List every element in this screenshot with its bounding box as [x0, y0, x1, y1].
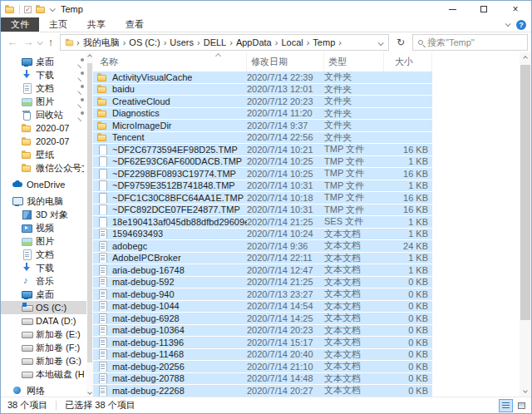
breadcrumb-item[interactable]: AppData	[234, 37, 273, 47]
close-button[interactable]: ×	[500, 1, 531, 17]
sidebar-scroll-up-icon[interactable]	[87, 54, 92, 59]
table-row[interactable]: mat-debug-103642020/7/14 20:23文本文档0 KB	[93, 325, 432, 338]
table-row[interactable]: mat-debug-114682020/7/14 20:40文本文档0 KB	[93, 349, 432, 362]
ribbon-tab-0[interactable]: 文件	[1, 17, 39, 32]
sidebar-scrollbar[interactable]	[86, 52, 93, 397]
sidebar-item-音乐[interactable]: 音乐	[1, 274, 86, 288]
navigation-toolbar: ← → ↑ ›我的电脑›OS (C:)›Users›DELL›AppData›L…	[1, 32, 531, 52]
table-row[interactable]: 18e190413af045db88dfbd29609eb8...2020/7/…	[93, 216, 432, 229]
breadcrumb-item[interactable]: DELL	[202, 37, 229, 47]
ribbon-tab-2[interactable]: 共享	[77, 17, 116, 32]
sidebar-item-OS (C:)[interactable]: OS (C:)	[1, 301, 86, 314]
sidebar-item-桌面[interactable]: 桌面	[1, 288, 86, 301]
column-header-name[interactable]: 名称	[93, 52, 247, 71]
table-row[interactable]: 15946934932020/7/14 10:24文本文档1 KB	[93, 229, 432, 241]
sidebar-item-文档[interactable]: 文档	[1, 81, 86, 95]
sidebar-item-图片[interactable]: 图片	[1, 95, 86, 108]
table-row[interactable]: baidu2020/7/13 12:01文件夹	[93, 84, 432, 96]
customize-quick-access-icon[interactable]	[50, 6, 56, 12]
table-row[interactable]: ~DF2298BF0893C19774.TMP2020/7/14 10:25TM…	[93, 168, 432, 180]
scroll-up-icon[interactable]	[523, 56, 528, 61]
table-row[interactable]: MicroImageDir2020/7/14 9:37文件夹	[93, 120, 432, 132]
table-row[interactable]: mat-debug-10442020/7/14 14:54文本文档0 KB	[93, 301, 432, 313]
sidebar-item-桌面[interactable]: 桌面	[1, 55, 86, 68]
properties-icon[interactable]: ✓	[24, 6, 32, 13]
address-dropdown-icon[interactable]	[378, 40, 384, 46]
sidebar-item-新加卷 (G:)[interactable]: 新加卷 (G:)	[1, 354, 86, 367]
sidebar-item-回收站[interactable]: 回收站	[1, 108, 86, 121]
sidebar-item-本地磁盘 (H:)[interactable]: 本地磁盘 (H:)	[1, 367, 86, 381]
folder-icon	[97, 121, 107, 131]
table-row[interactable]: ~DF2C6773594EF98D25.TMP2020/7/14 10:21TM…	[93, 144, 432, 156]
table-row[interactable]: ~DFC892DCE07FE24877.TMP2020/7/14 10:31TM…	[93, 205, 432, 217]
ribbon-tab-3[interactable]: 查看	[116, 17, 154, 32]
table-row[interactable]: AdobeIPCBroker2020/7/14 22:11文本文档1 KB	[93, 253, 432, 265]
breadcrumb-item[interactable]: 我的电脑	[81, 37, 121, 49]
sidebar-item-下载[interactable]: 下载	[1, 261, 86, 274]
ribbon-tab-1[interactable]: 主页	[39, 17, 77, 32]
table-row[interactable]: ActivityVisualCache2020/7/14 22:39文件夹	[93, 71, 432, 84]
sidebar-item-文档[interactable]: 文档	[1, 248, 86, 261]
table-row[interactable]: mat-debug-202562020/7/14 21:10文本文档0 KB	[93, 361, 432, 373]
sidebar-item-2020-07[interactable]: 2020-07	[1, 121, 86, 135]
sidebar-item-新加卷 (F:)[interactable]: 新加卷 (F:)	[1, 341, 86, 354]
table-row[interactable]: mat-debug-113962020/7/14 15:17文本文档0 KB	[93, 337, 432, 349]
sidebar-item-壁纸[interactable]: 壁纸	[1, 148, 86, 161]
sidebar-item-图片[interactable]: 图片	[1, 234, 86, 248]
up-button[interactable]: ↑	[44, 33, 57, 52]
table-row[interactable]: ~DF62E93C6AF600DACB.TMP2020/7/14 10:25TM…	[93, 156, 432, 169]
recent-locations-icon[interactable]	[37, 39, 43, 45]
breadcrumb-item[interactable]: OS (C:)	[127, 37, 161, 47]
table-row[interactable]: mat-debug-9402020/7/13 23:27文本文档0 KB	[93, 288, 432, 301]
address-bar[interactable]: ›我的电脑›OS (C:)›Users›DELL›AppData›Local›T…	[60, 34, 389, 51]
table-row[interactable]: ~DF9759E3512B741848.TMP2020/7/14 10:31TM…	[93, 180, 432, 193]
breadcrumb-item[interactable]: Temp	[311, 37, 337, 47]
file-name-cell: ~DF9759E3512B741848.TMP	[93, 180, 247, 190]
table-row[interactable]: mat-debug-222682020/7/14 20:27文本文档0 KB	[93, 385, 432, 397]
list-scrollbar-thumb[interactable]	[520, 65, 530, 320]
sidebar-item-微信公众号文章[interactable]: 微信公众号文章	[1, 161, 86, 175]
table-row[interactable]: mat-debug-207882020/7/14 14:48文本文档0 KB	[93, 373, 432, 386]
table-row[interactable]: aria-debug-167482020/7/14 12:47文本文档1 KB	[93, 264, 432, 277]
column-header-type[interactable]: 类型	[324, 52, 384, 71]
minimize-button[interactable]	[436, 1, 468, 17]
column-header-date[interactable]: 修改日期	[247, 52, 324, 71]
thumbnails-view-button[interactable]	[515, 399, 529, 412]
table-row[interactable]: mat-debug-69282020/7/14 14:25文本文档0 KB	[93, 313, 432, 325]
sidebar-item-DATA (D:)[interactable]: DATA (D:)	[1, 314, 86, 328]
table-row[interactable]: adobegc2020/7/14 9:36文本文档24 KB	[93, 240, 432, 253]
back-button[interactable]: ←	[6, 33, 19, 52]
help-icon[interactable]: ?	[516, 20, 526, 30]
column-header-size[interactable]: 大小	[384, 52, 432, 71]
table-row[interactable]: Tencent2020/7/14 22:56文件夹	[93, 132, 432, 145]
breadcrumb-item[interactable]: Users	[168, 37, 195, 47]
refresh-button[interactable]: ↻	[392, 37, 410, 48]
details-view-button[interactable]	[499, 399, 513, 412]
sidebar-item-OneDrive[interactable]: OneDrive	[1, 178, 86, 191]
sidebar-item-新加卷 (E:)[interactable]: 新加卷 (E:)	[1, 328, 86, 341]
sidebar-scrollbar-thumb[interactable]	[87, 63, 92, 362]
file-name: 18e190413af045db88dfbd29609eb8...	[112, 217, 247, 227]
sidebar-item-下载[interactable]: 下载	[1, 68, 86, 81]
sidebar-item-3D 对象[interactable]: 3D 对象	[1, 208, 86, 221]
sidebar-item-label: DATA (D:)	[36, 316, 84, 326]
sidebar-item-网络[interactable]: 网络	[1, 384, 86, 397]
new-folder-icon[interactable]	[36, 4, 46, 14]
maximize-button[interactable]	[468, 1, 500, 17]
sidebar-item-视频[interactable]: 视频	[1, 221, 86, 234]
file-name: ~DFC1C30C8BFC64AA1E.TMP	[112, 193, 244, 203]
table-row[interactable]: Diagnostics2020/7/14 11:20文件夹	[93, 108, 432, 121]
table-row[interactable]: CreativeCloud2020/7/12 20:23文件夹	[93, 96, 432, 108]
breadcrumb-item[interactable]: Local	[279, 37, 304, 47]
scroll-down-icon[interactable]	[523, 388, 528, 393]
sidebar-item-label: 图片	[36, 96, 73, 108]
list-scrollbar[interactable]	[520, 52, 531, 397]
forward-button[interactable]: →	[22, 33, 35, 52]
expand-ribbon-icon[interactable]	[505, 21, 511, 27]
table-row[interactable]: ~DFC1C30C8BFC64AA1E.TMP2020/7/14 10:18TM…	[93, 192, 432, 205]
table-row[interactable]: mat-debug-5922020/7/14 21:25文本文档0 KB	[93, 277, 432, 289]
sidebar-scroll-down-icon[interactable]	[87, 390, 92, 395]
sidebar-item-我的电脑[interactable]: 我的电脑	[1, 195, 86, 208]
sidebar-item-2020-07[interactable]: 2020-07	[1, 135, 86, 148]
search-box[interactable]: 搜索"Temp"	[412, 34, 528, 51]
